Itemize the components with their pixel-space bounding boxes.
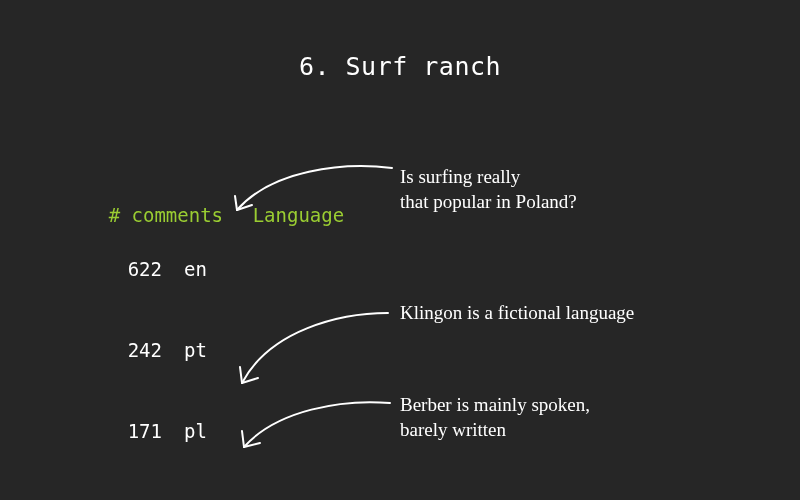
arrow-icon [230, 305, 395, 395]
arrow-icon [232, 395, 397, 460]
lang-cell: pt [184, 337, 207, 364]
lang-cell: en [184, 256, 207, 283]
col-header-comments: # comments [109, 202, 231, 229]
table-row: 622en [40, 256, 344, 283]
annotation-tlh: Klingon is a fictional language [400, 300, 634, 325]
count-cell: 171 [40, 418, 162, 445]
count-cell: 622 [40, 256, 162, 283]
annotation-ber: Berber is mainly spoken, barely written [400, 392, 590, 442]
arrow-icon [222, 160, 402, 230]
slide-title: 6. Surf ranch [0, 52, 800, 81]
count-cell: 242 [40, 337, 162, 364]
lang-cell: pl [184, 418, 207, 445]
annotation-pl: Is surfing really that popular in Poland… [400, 164, 577, 214]
slide: 6. Surf ranch # commentsLanguage 622en 2… [0, 0, 800, 500]
